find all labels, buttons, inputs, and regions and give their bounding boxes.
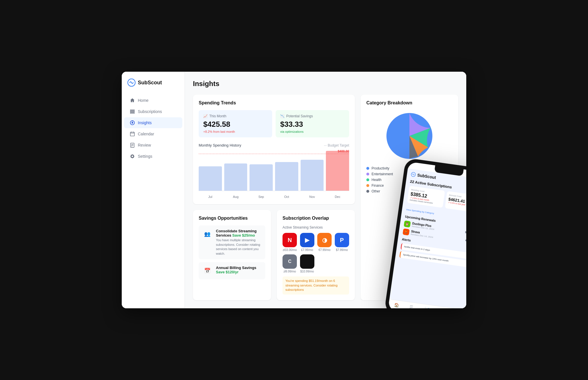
peacock-price: $7.99/mo	[336, 248, 348, 252]
savings-title: Savings Opportunities	[199, 216, 265, 221]
sidebar-item-settings[interactable]: Settings	[124, 151, 182, 162]
sidebar-nav: Home Subscriptions Insights	[122, 95, 185, 162]
spending-stats: 📈 This Month $425.58 +8.2% from last mon…	[199, 110, 349, 137]
insights-icon	[130, 120, 135, 125]
phone-nav-home[interactable]: 🏠 Home	[393, 302, 400, 308]
strava-icon: 🏃	[403, 228, 410, 235]
savings-item-streaming: 👥 Consolidate Streaming Services Save $2…	[199, 225, 265, 259]
savings-streaming-desc: You have multiple streaming subscription…	[216, 238, 262, 256]
overlap-subtitle: Active Streaming Services	[283, 225, 349, 229]
overlap-note: You're spending $51.19/month on 6 stream…	[283, 276, 349, 294]
duolingo-price: $12.99/mo	[465, 231, 466, 235]
pie-chart	[384, 110, 435, 162]
service-canal: C zł9.99/mo	[283, 254, 297, 273]
page-title: Insights	[193, 80, 458, 88]
savings-streaming-title: Consolidate Streaming Services Save $25/…	[216, 229, 262, 237]
paramount-price: £7.99/mo	[301, 248, 313, 252]
review-icon	[130, 143, 135, 148]
savings-amount: $33.33	[280, 120, 345, 129]
svg-rect-2	[130, 111, 134, 112]
logo-area: SubScout	[122, 79, 185, 95]
phone-nav-insights[interactable]: 📊 Insights	[423, 306, 431, 308]
savings-item-billing: 📅 Annual Billing Savings Save $120/yr	[199, 262, 265, 279]
bar-sep	[249, 151, 273, 191]
productivity-label: Productivity	[372, 166, 389, 170]
service-paramount: ▶ £7.99/mo	[300, 233, 315, 252]
subscout-logo-icon	[127, 79, 136, 87]
svg-rect-1	[130, 110, 134, 111]
spending-trends-card: Spending Trends 📈 This Month $425.58 +8.…	[193, 95, 355, 204]
svg-rect-3	[130, 113, 134, 114]
savings-billing-title: Annual Billing Savings Save $120/yr	[216, 266, 262, 274]
savings-billing-text: Annual Billing Savings Save $120/yr	[216, 266, 262, 276]
month-label-wrap-nov: Nov	[301, 193, 324, 198]
month-label-nov: Nov	[309, 195, 315, 198]
sidebar-label-subscriptions: Subscriptions	[138, 109, 162, 114]
this-month-label: 📈 This Month	[203, 114, 268, 118]
month-label-wrap-sep: Sep	[249, 193, 273, 198]
month-label-wrap-aug: Aug	[224, 193, 247, 198]
duolingo-icon: 🦉	[404, 220, 411, 227]
overlap-title: Subscription Overlap	[283, 216, 349, 221]
netflix-icon: N	[283, 233, 297, 247]
this-month-stat: 📈 This Month $425.58 +8.2% from last mon…	[199, 110, 272, 137]
savings-streaming-save: Save $25/mo	[232, 233, 255, 237]
month-label-aug: Aug	[233, 195, 239, 198]
sidebar-label-review: Review	[138, 143, 151, 147]
budget-label: ··· Budget Target	[324, 143, 349, 147]
bar-chart: $400.00	[199, 151, 349, 191]
bottom-grid: Savings Opportunities 👥 Consolidate Stre…	[193, 210, 355, 300]
entertainment-label: Entertainment	[372, 172, 393, 176]
this-month-amount: $425.58	[203, 120, 268, 129]
phone-app-name: SubScout	[417, 173, 436, 180]
month-label-sep: Sep	[258, 195, 264, 198]
savings-icon: 📉	[280, 114, 285, 118]
bar-segment-jul	[199, 166, 222, 191]
productivity-dot	[366, 167, 369, 170]
phone-nav-list[interactable]: ☰ List	[409, 305, 413, 308]
peacock-icon: P	[335, 233, 349, 247]
phone-nav-home-icon: 🏠	[394, 302, 399, 307]
sidebar-label-insights: Insights	[138, 120, 152, 125]
service-apple: $10.99/mo	[300, 254, 315, 273]
month-label-jul: Jul	[208, 195, 212, 198]
settings-icon	[130, 154, 135, 159]
savings-opportunities-card: Savings Opportunities 👥 Consolidate Stre…	[193, 210, 271, 300]
bar-oct	[275, 151, 298, 191]
chart-label: Monthly Spending History	[199, 143, 241, 147]
bar-segment-sep	[249, 164, 273, 191]
calendar-savings-icon: 📅	[202, 266, 212, 276]
phone-logo-icon	[411, 172, 416, 177]
phone-view-spending[interactable]: View Spending by Category	[406, 208, 434, 215]
other-dot	[366, 190, 369, 193]
app-name: SubScout	[138, 80, 162, 86]
potential-savings-stat: 📉 Potential Savings $33.33 via optimizat…	[276, 110, 349, 137]
people-icon: 👥	[202, 229, 212, 239]
month-label-wrap-jul: Jul	[199, 193, 222, 198]
app-window: SubScout Home Subscriptions	[122, 72, 466, 308]
netflix-price: zł33.00/mo	[283, 248, 297, 252]
savings-billing-save: Save $120/yr	[216, 270, 239, 274]
budget-line: $400.00	[199, 154, 349, 154]
sidebar-item-insights[interactable]: Insights	[124, 117, 182, 128]
potential-savings-label: 📉 Potential Savings	[280, 114, 345, 118]
savings-streaming-text: Consolidate Streaming Services Save $25/…	[216, 229, 262, 256]
budget-amount: $400.00	[338, 149, 349, 153]
sidebar-label-home: Home	[138, 98, 148, 103]
bar-aug	[224, 151, 247, 191]
svg-rect-7	[130, 132, 134, 136]
sidebar-item-subscriptions[interactable]: Subscriptions	[124, 106, 182, 117]
finance-label: Finance	[372, 184, 384, 188]
apple-icon	[300, 254, 314, 269]
month-label-wrap-oct: Oct	[275, 193, 298, 198]
bar-segment-aug	[224, 163, 247, 191]
sidebar-item-review[interactable]: Review	[124, 140, 182, 151]
phone-annual-cost: Annual Cost $4621.41 ↗ 5.3% vs last year	[445, 191, 466, 213]
chart-header: Monthly Spending History ··· Budget Targ…	[199, 143, 349, 147]
sidebar-item-calendar[interactable]: Calendar	[124, 128, 182, 139]
bar-segment-nov	[301, 160, 324, 191]
sidebar-item-home[interactable]: Home	[124, 95, 182, 106]
trending-up-icon: 📈	[203, 114, 208, 118]
calendar-icon	[130, 131, 135, 137]
health-dot	[366, 178, 369, 181]
